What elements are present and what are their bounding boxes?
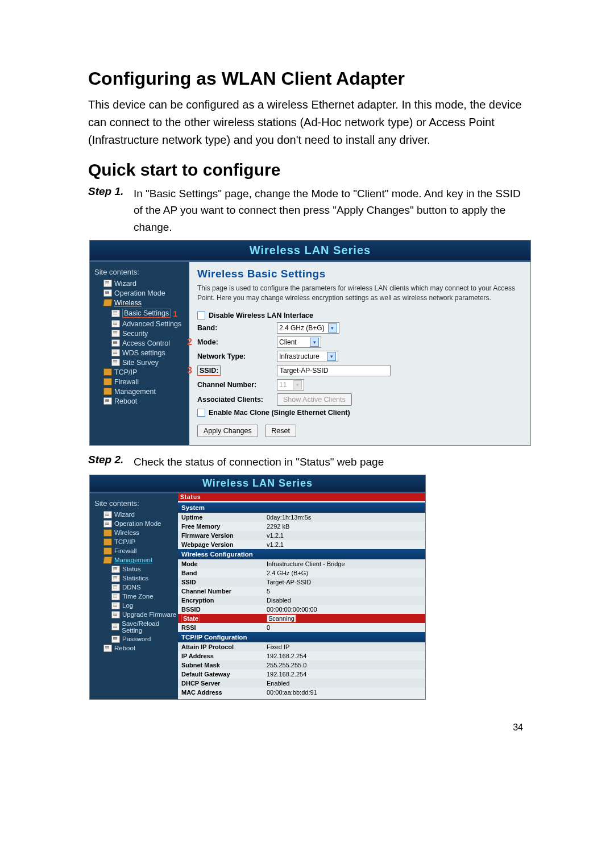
status-row: EncryptionDisabled [178, 596, 425, 605]
sidebar-item-wizard[interactable]: Wizard [93, 279, 189, 288]
sidebar-item-management[interactable]: Management [93, 555, 178, 564]
band-row: Band: 2.4 GHz (B+G) ▾ [197, 322, 522, 334]
site-contents-label-2: Site contents: [90, 498, 178, 510]
sidebar-item-label: Statistics [122, 575, 148, 582]
page-icon [103, 645, 112, 652]
band-label: Band: [197, 324, 277, 332]
fig2-sidebar: Site contents: WizardOperation ModeWirel… [90, 493, 178, 699]
sidebar-item-ddns[interactable]: DDNS [93, 583, 178, 592]
sidebar-item-site-survey[interactable]: Site Survey [93, 358, 189, 367]
page-icon [111, 602, 120, 609]
page-icon [111, 636, 120, 643]
status-key: DHCP Server [181, 680, 267, 687]
status-row: Webpage Versionv1.2.1 [178, 540, 425, 549]
basic-desc: This page is used to configure the param… [197, 284, 522, 302]
status-value: 0day:1h:13m:5s [267, 514, 422, 521]
sidebar-item-statistics[interactable]: Statistics [93, 574, 178, 583]
status-value: 192.168.2.254 [267, 653, 422, 659]
apply-changes-button[interactable]: Apply Changes [197, 425, 258, 437]
disable-checkbox[interactable] [197, 312, 205, 319]
fig1-titlebar: Wireless LAN Series [90, 240, 530, 262]
sidebar-item-wizard[interactable]: Wizard [93, 510, 178, 519]
sidebar-item-label: Security [122, 330, 148, 338]
status-key: Attain IP Protocol [181, 643, 267, 650]
sidebar-item-basic-settings[interactable]: Basic Settings1 [93, 308, 189, 319]
nettype-value: Infrastructure [279, 352, 320, 360]
nettype-select[interactable]: Infrastructure ▾ [277, 351, 338, 362]
sidebar-item-reboot[interactable]: Reboot [93, 643, 178, 653]
sidebar-item-upgrade-firmware[interactable]: Upgrade Firmware [93, 610, 178, 619]
status-value: v1.2.1 [267, 532, 422, 539]
sidebar-item-label: TCP/IP [114, 368, 137, 376]
reset-button[interactable]: Reset [265, 425, 296, 437]
sidebar-item-tcp-ip[interactable]: TCP/IP [93, 367, 189, 377]
page-icon [111, 611, 120, 618]
maclone-row: Enable Mac Clone (Single Ethernet Client… [197, 409, 522, 417]
chevron-down-icon: ▾ [293, 380, 302, 389]
sidebar-item-label: Log [122, 602, 133, 609]
sidebar-item-label: Reboot [114, 397, 137, 405]
sidebar-item-save-reload-setting[interactable]: Save/Reload Setting [93, 619, 178, 634]
channel-value: 11 [279, 381, 287, 389]
page-icon [111, 320, 120, 327]
sidebar-item-reboot[interactable]: Reboot [93, 396, 189, 406]
sidebar-item-operation-mode[interactable]: Operation Mode [93, 519, 178, 528]
sidebar-item-label: Operation Mode [114, 520, 161, 527]
page-icon [103, 520, 112, 528]
step-2: Step 2. Check the status of connection i… [88, 454, 529, 470]
sidebar-item-operation-mode[interactable]: Operation Mode [93, 288, 189, 298]
status-section-header: System [178, 502, 425, 513]
status-key: Band [181, 570, 267, 576]
sidebar-item-label: Time Zone [122, 593, 154, 600]
maclone-label: Enable Mac Clone (Single Ethernet Client… [209, 409, 350, 417]
status-key: Subnet Mask [181, 662, 267, 668]
sidebar-item-wds-settings[interactable]: WDS settings [93, 348, 189, 358]
sidebar-item-access-control[interactable]: Access Control [93, 338, 189, 348]
sidebar-item-wireless[interactable]: Wireless [93, 298, 189, 308]
heading-quickstart: Quick start to configure [88, 160, 529, 180]
status-value: 00:00:aa:bb:dd:91 [267, 689, 422, 696]
heading-configuring: Configuring as WLAN Client Adapter [88, 68, 529, 89]
status-value: Fixed IP [267, 643, 422, 650]
status-value: v1.2.1 [267, 541, 422, 548]
status-key: RSSI [181, 624, 267, 631]
sidebar-item-firewall[interactable]: Firewall [93, 546, 178, 555]
band-select[interactable]: 2.4 GHz (B+G) ▾ [277, 322, 339, 334]
sidebar-item-password[interactable]: Password [93, 634, 178, 643]
sidebar-item-firewall[interactable]: Firewall [93, 377, 189, 387]
sidebar-item-tcp-ip[interactable]: TCP/IP [93, 537, 178, 546]
status-key: Default Gateway [181, 671, 267, 678]
status-key: Mode [181, 560, 267, 567]
sidebar-item-label: Site Survey [122, 359, 159, 367]
status-value: 2.4 GHz (B+G) [267, 570, 422, 576]
sidebar-item-time-zone[interactable]: Time Zone [93, 592, 178, 601]
intro-paragraph: This device can be configured as a wirel… [88, 96, 529, 149]
status-key: Uptime [181, 514, 267, 521]
mode-row: 2 Mode: Client ▾ [197, 337, 522, 348]
sidebar-item-label: Firewall [114, 378, 139, 386]
page-icon [103, 511, 112, 518]
sidebar-item-label: Firewall [114, 547, 137, 554]
sidebar-item-label: Wizard [114, 280, 136, 288]
sidebar-item-label: Wireless [114, 529, 139, 536]
sidebar-item-wireless[interactable]: Wireless [93, 528, 178, 537]
folder-icon [103, 556, 113, 564]
ssid-input[interactable]: Target-AP-SSID [277, 365, 391, 376]
maclone-checkbox[interactable] [197, 409, 205, 417]
sidebar-item-status[interactable]: Status [93, 564, 178, 574]
folder-icon [103, 529, 112, 537]
page-icon [111, 359, 120, 366]
status-value: 255.255.255.0 [267, 662, 422, 668]
step1-label: Step 1. [88, 185, 134, 235]
sidebar-item-security[interactable]: Security [93, 329, 189, 338]
sidebar-item-management[interactable]: Management [93, 387, 189, 396]
status-value: Infrastructure Client - Bridge [267, 560, 422, 567]
disable-row: Disable Wireless LAN Interface [197, 312, 522, 319]
status-row: Firmware Versionv1.2.1 [178, 531, 425, 540]
sidebar-item-log[interactable]: Log [93, 601, 178, 610]
step-1: Step 1. In "Basic Settings" page, change… [88, 185, 529, 235]
status-key: Firmware Version [181, 532, 267, 539]
mode-select[interactable]: Client ▾ [277, 337, 321, 348]
page-icon [111, 339, 120, 347]
sidebar-item-advanced-settings[interactable]: Advanced Settings [93, 319, 189, 329]
